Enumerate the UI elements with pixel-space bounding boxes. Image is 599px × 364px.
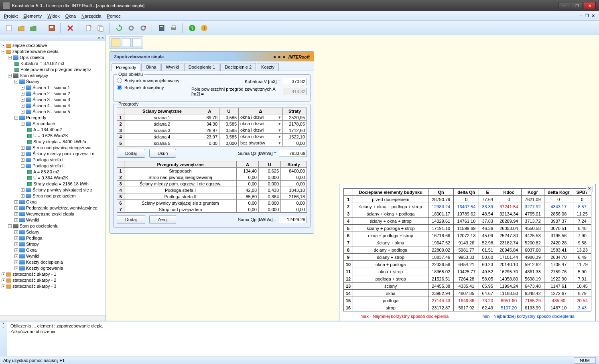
titlebar: Konstruktor 5.0 - Licencja dla: INTERsof… xyxy=(0,0,599,11)
kubatura-input[interactable] xyxy=(283,78,307,85)
tree-scrollbar[interactable] xyxy=(0,315,106,321)
legend-min: min - Najbardziej korzystny sposób docie… xyxy=(483,314,575,319)
panel-title: Zapotrzebowanie ciepła xyxy=(114,54,164,59)
doc2-button[interactable] xyxy=(95,23,106,33)
panel-tabs: Przegrody Okna Wyniki Docieplenie 1 Doci… xyxy=(110,61,314,71)
info-button[interactable]: i xyxy=(199,23,209,33)
panel-header: Zapotrzebowanie ciepła ● ● ● INTERsoft xyxy=(110,52,314,61)
svg-rect-10 xyxy=(160,26,163,27)
usun-button[interactable]: Usuń xyxy=(149,149,177,158)
mdi-minimize-icon[interactable]: ─ xyxy=(579,13,583,18)
results-panel: ✕ Docieplane elementy budynku Qh delta Q… xyxy=(339,184,596,321)
open2-button[interactable] xyxy=(28,23,39,33)
log-line-2: Zakończono obliczenia xyxy=(10,329,103,334)
mdi-close-icon[interactable]: ✕ xyxy=(591,13,595,18)
svg-point-6 xyxy=(129,26,133,30)
tab-doc2[interactable]: Docieplenie 2 xyxy=(220,63,256,71)
status-help: Aby uzyskać pomoc naciśnij F1 xyxy=(3,358,65,363)
view-tab-1[interactable] xyxy=(112,38,120,47)
pole-input xyxy=(283,88,307,95)
doc1-button[interactable] xyxy=(83,23,94,33)
svg-text:?: ? xyxy=(191,26,194,31)
tab-koszty[interactable]: Koszty xyxy=(257,63,279,71)
tab-wyniki[interactable]: Wyniki xyxy=(161,63,183,71)
przegrody-table[interactable]: Przegrody zewnętrzneAUStraty 1Stropodach… xyxy=(117,161,307,213)
tab-przegrody[interactable]: Przegrody xyxy=(112,63,140,71)
maximize-button[interactable]: ☐ xyxy=(571,2,583,9)
calc-button[interactable] xyxy=(156,23,167,33)
help-button[interactable]: ? xyxy=(187,23,197,33)
menu-narzedzia[interactable]: Narzędzia xyxy=(81,14,102,18)
menu-pomoc[interactable]: Pomoc xyxy=(107,14,121,18)
log-panel: ×▫ Obliczenia ... element : zapotrzebowa… xyxy=(0,321,599,356)
save-button[interactable] xyxy=(47,23,57,33)
mdi-restore-icon[interactable]: ❐ xyxy=(585,13,589,18)
radio-nowy[interactable] xyxy=(117,78,122,83)
view-tab-3[interactable] xyxy=(132,38,141,47)
tab-okna[interactable]: Okna xyxy=(141,63,160,71)
view-tab-2[interactable] xyxy=(122,38,131,47)
sidebar-header: ▫ × xyxy=(0,35,106,41)
content-area: Zapotrzebowanie ciepła ● ● ● INTERsoft P… xyxy=(106,35,599,321)
refresh-button[interactable] xyxy=(114,23,124,33)
sidebar-close-icon[interactable]: × xyxy=(102,35,104,41)
radio-docieplany[interactable] xyxy=(117,85,122,90)
app-window: Konstruktor 5.0 - Licencja dla: INTERsof… xyxy=(0,0,599,364)
sidebar-pin-icon[interactable]: ▫ xyxy=(98,35,100,41)
przegrody-group: Przegrody Ściany zewnętrzneAUΔStraty 1śc… xyxy=(113,104,311,228)
brand-label: ● ● ● INTERsoft xyxy=(273,54,310,60)
svg-rect-2 xyxy=(50,26,53,28)
suma-qp xyxy=(279,216,307,223)
svg-text:i: i xyxy=(203,26,205,31)
dodaj2-button[interactable]: Dodaj xyxy=(117,215,145,224)
log-gutter[interactable]: ×▫ xyxy=(0,321,7,356)
opis-group: Opis obiektu Budynek nowoprojektowany Bu… xyxy=(113,74,311,102)
main-area: ▫ × +złącze doczołowe −zapotrzebowanie c… xyxy=(0,35,599,321)
svg-rect-5 xyxy=(99,26,103,31)
statusbar: Aby uzyskać pomoc naciśnij F1 NUM xyxy=(0,356,599,364)
project-tree[interactable]: +złącze doczołowe −zapotrzebowanie ciepł… xyxy=(0,41,106,315)
log-line-1: Obliczenia ... element : zapotrzebowanie… xyxy=(10,323,103,329)
svg-rect-12 xyxy=(172,26,175,28)
toolbar: ? i xyxy=(0,21,599,35)
sidebar: ▫ × +złącze doczołowe −zapotrzebowanie c… xyxy=(0,35,106,321)
results-table: Docieplane elementy budynku Qh delta Qh … xyxy=(343,188,591,311)
app-icon xyxy=(3,2,10,9)
window-title: Konstruktor 5.0 - Licencja dla: INTERsof… xyxy=(12,3,144,8)
menu-okna[interactable]: Okna xyxy=(65,14,76,18)
zeruj-button[interactable]: Zeruj xyxy=(149,215,176,224)
menu-projekt[interactable]: Projekt xyxy=(4,14,18,18)
view-tabs xyxy=(110,36,143,49)
gear1-button[interactable] xyxy=(126,23,136,33)
new-button[interactable] xyxy=(4,23,14,33)
legend-max: max - Najmniej korzystny sposób docieple… xyxy=(360,314,449,319)
sciany-table[interactable]: Ściany zewnętrzneAUΔStraty 1ściana 139,7… xyxy=(117,108,307,146)
svg-rect-0 xyxy=(7,25,11,31)
delete-button[interactable] xyxy=(65,23,75,33)
gear2-button[interactable] xyxy=(138,23,148,33)
suma-qz xyxy=(279,150,307,157)
menu-elementy[interactable]: Elementy xyxy=(23,14,42,18)
main-panel: Zapotrzebowanie ciepła ● ● ● INTERsoft P… xyxy=(110,51,314,234)
print-button[interactable] xyxy=(169,23,179,33)
minimize-button[interactable]: ─ xyxy=(558,2,570,9)
dodaj1-button[interactable]: Dodaj xyxy=(117,149,145,158)
tab-doc1[interactable]: Docieplenie 1 xyxy=(184,63,220,71)
menubar: Projekt Elementy Widok Okna Narzędzia Po… xyxy=(0,11,599,21)
menu-widok[interactable]: Widok xyxy=(47,14,60,18)
status-num: NUM xyxy=(574,357,596,364)
close-button[interactable]: ✕ xyxy=(584,2,596,9)
results-close-button[interactable]: ✕ xyxy=(586,186,593,192)
svg-point-8 xyxy=(144,26,146,27)
open-button[interactable] xyxy=(16,23,26,33)
